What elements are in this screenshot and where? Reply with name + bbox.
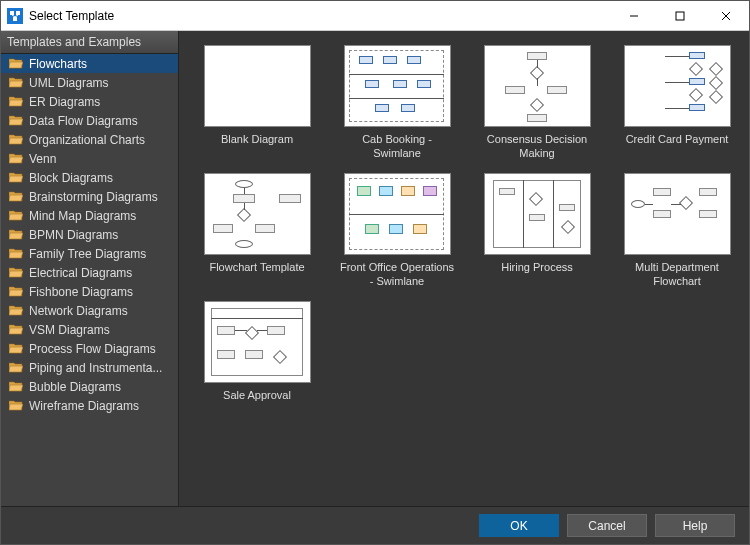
template-item-front-office-operations-swimlane[interactable]: Front Office Operations - Swimlane bbox=[337, 173, 457, 289]
folder-icon bbox=[9, 381, 23, 392]
sidebar-item-block-diagrams[interactable]: Block Diagrams bbox=[1, 168, 178, 187]
sidebar: Templates and Examples FlowchartsUML Dia… bbox=[1, 31, 179, 506]
template-label: Hiring Process bbox=[501, 261, 573, 289]
sidebar-item-data-flow-diagrams[interactable]: Data Flow Diagrams bbox=[1, 111, 178, 130]
sidebar-item-label: Electrical Diagrams bbox=[29, 266, 132, 280]
sidebar-item-label: Brainstorming Diagrams bbox=[29, 190, 158, 204]
sidebar-item-brainstorming-diagrams[interactable]: Brainstorming Diagrams bbox=[1, 187, 178, 206]
help-button[interactable]: Help bbox=[655, 514, 735, 537]
template-label: Credit Card Payment bbox=[626, 133, 729, 161]
template-item-blank-diagram[interactable]: Blank Diagram bbox=[197, 45, 317, 161]
sidebar-item-label: ER Diagrams bbox=[29, 95, 100, 109]
template-item-multi-department-flowchart[interactable]: Multi Department Flowchart bbox=[617, 173, 737, 289]
template-thumbnail bbox=[484, 173, 591, 255]
template-label: Flowchart Template bbox=[209, 261, 304, 289]
sidebar-item-label: UML Diagrams bbox=[29, 76, 109, 90]
template-label: Consensus Decision Making bbox=[477, 133, 597, 161]
sidebar-item-process-flow-diagrams[interactable]: Process Flow Diagrams bbox=[1, 339, 178, 358]
template-thumbnail bbox=[344, 45, 451, 127]
folder-icon bbox=[9, 362, 23, 373]
sidebar-item-organizational-charts[interactable]: Organizational Charts bbox=[1, 130, 178, 149]
template-thumbnail bbox=[344, 173, 451, 255]
sidebar-item-label: Network Diagrams bbox=[29, 304, 128, 318]
sidebar-item-label: Fishbone Diagrams bbox=[29, 285, 133, 299]
close-button[interactable] bbox=[703, 1, 749, 31]
template-thumbnail bbox=[624, 45, 731, 127]
svg-rect-0 bbox=[10, 11, 14, 15]
sidebar-item-label: Organizational Charts bbox=[29, 133, 145, 147]
svg-rect-6 bbox=[676, 12, 684, 20]
svg-rect-1 bbox=[16, 11, 20, 15]
sidebar-item-fishbone-diagrams[interactable]: Fishbone Diagrams bbox=[1, 282, 178, 301]
folder-icon bbox=[9, 305, 23, 316]
template-item-flowchart-template[interactable]: Flowchart Template bbox=[197, 173, 317, 289]
template-thumbnail bbox=[624, 173, 731, 255]
folder-icon bbox=[9, 229, 23, 240]
sidebar-item-uml-diagrams[interactable]: UML Diagrams bbox=[1, 73, 178, 92]
ok-button[interactable]: OK bbox=[479, 514, 559, 537]
template-thumbnail bbox=[484, 45, 591, 127]
sidebar-item-flowcharts[interactable]: Flowcharts bbox=[1, 54, 178, 73]
folder-icon bbox=[9, 77, 23, 88]
template-thumbnail bbox=[204, 301, 311, 383]
folder-icon bbox=[9, 400, 23, 411]
cancel-button[interactable]: Cancel bbox=[567, 514, 647, 537]
template-label: Multi Department Flowchart bbox=[617, 261, 737, 289]
window-title: Select Template bbox=[29, 9, 114, 23]
sidebar-item-label: Piping and Instrumenta... bbox=[29, 361, 162, 375]
dialog-window: Select Template Templates and Examples F… bbox=[0, 0, 750, 545]
template-category-tree[interactable]: FlowchartsUML DiagramsER DiagramsData Fl… bbox=[1, 54, 178, 506]
sidebar-item-label: Data Flow Diagrams bbox=[29, 114, 138, 128]
sidebar-item-label: Family Tree Diagrams bbox=[29, 247, 146, 261]
sidebar-item-label: Flowcharts bbox=[29, 57, 87, 71]
sidebar-item-venn[interactable]: Venn bbox=[1, 149, 178, 168]
template-thumbnail bbox=[204, 45, 311, 127]
sidebar-item-vsm-diagrams[interactable]: VSM Diagrams bbox=[1, 320, 178, 339]
folder-icon bbox=[9, 58, 23, 69]
folder-icon bbox=[9, 324, 23, 335]
sidebar-item-label: BPMN Diagrams bbox=[29, 228, 118, 242]
template-item-credit-card-payment[interactable]: Credit Card Payment bbox=[617, 45, 737, 161]
svg-line-3 bbox=[12, 15, 15, 17]
folder-icon bbox=[9, 96, 23, 107]
template-item-cab-booking-swimlane[interactable]: Cab Booking - Swimlane bbox=[337, 45, 457, 161]
sidebar-item-label: Process Flow Diagrams bbox=[29, 342, 156, 356]
template-gallery: Blank DiagramCab Booking - SwimlaneConse… bbox=[179, 31, 749, 506]
sidebar-item-mind-map-diagrams[interactable]: Mind Map Diagrams bbox=[1, 206, 178, 225]
folder-icon bbox=[9, 267, 23, 278]
folder-icon bbox=[9, 210, 23, 221]
sidebar-item-bubble-diagrams[interactable]: Bubble Diagrams bbox=[1, 377, 178, 396]
sidebar-item-piping-and-instrumenta[interactable]: Piping and Instrumenta... bbox=[1, 358, 178, 377]
svg-rect-2 bbox=[13, 17, 17, 21]
template-thumbnail bbox=[204, 173, 311, 255]
sidebar-item-label: Mind Map Diagrams bbox=[29, 209, 136, 223]
template-label: Front Office Operations - Swimlane bbox=[337, 261, 457, 289]
sidebar-item-electrical-diagrams[interactable]: Electrical Diagrams bbox=[1, 263, 178, 282]
sidebar-item-network-diagrams[interactable]: Network Diagrams bbox=[1, 301, 178, 320]
dialog-footer: OK Cancel Help bbox=[1, 506, 749, 544]
sidebar-item-bpmn-diagrams[interactable]: BPMN Diagrams bbox=[1, 225, 178, 244]
sidebar-item-label: Bubble Diagrams bbox=[29, 380, 121, 394]
template-item-consensus-decision-making[interactable]: Consensus Decision Making bbox=[477, 45, 597, 161]
template-label: Cab Booking - Swimlane bbox=[337, 133, 457, 161]
svg-line-4 bbox=[15, 15, 18, 17]
sidebar-item-wireframe-diagrams[interactable]: Wireframe Diagrams bbox=[1, 396, 178, 415]
template-item-hiring-process[interactable]: Hiring Process bbox=[477, 173, 597, 289]
folder-icon bbox=[9, 153, 23, 164]
folder-icon bbox=[9, 248, 23, 259]
template-item-sale-approval[interactable]: Sale Approval bbox=[197, 301, 317, 417]
sidebar-item-label: Block Diagrams bbox=[29, 171, 113, 185]
sidebar-item-er-diagrams[interactable]: ER Diagrams bbox=[1, 92, 178, 111]
minimize-button[interactable] bbox=[611, 1, 657, 31]
sidebar-item-family-tree-diagrams[interactable]: Family Tree Diagrams bbox=[1, 244, 178, 263]
folder-icon bbox=[9, 343, 23, 354]
maximize-button[interactable] bbox=[657, 1, 703, 31]
folder-icon bbox=[9, 172, 23, 183]
sidebar-item-label: VSM Diagrams bbox=[29, 323, 110, 337]
app-icon bbox=[7, 8, 23, 24]
folder-icon bbox=[9, 134, 23, 145]
dialog-body: Templates and Examples FlowchartsUML Dia… bbox=[1, 31, 749, 506]
template-label: Sale Approval bbox=[223, 389, 291, 417]
titlebar: Select Template bbox=[1, 1, 749, 31]
folder-icon bbox=[9, 191, 23, 202]
